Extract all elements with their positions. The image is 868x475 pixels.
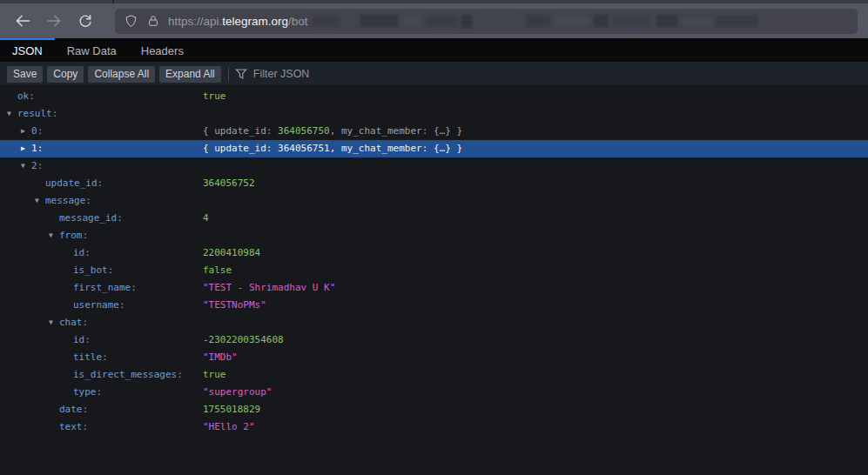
forward-button[interactable] bbox=[40, 8, 68, 34]
tab-strip-remnant bbox=[0, 0, 868, 3]
json-value: 2200410984 bbox=[203, 244, 260, 262]
twisty-down-icon[interactable]: ▼ bbox=[21, 157, 31, 175]
twisty-right-icon[interactable]: ▶ bbox=[21, 140, 31, 157]
lock-icon[interactable] bbox=[146, 14, 160, 28]
json-colon: : bbox=[83, 230, 89, 241]
json-row[interactable]: ▼2: bbox=[0, 157, 868, 175]
json-key: date bbox=[59, 404, 83, 415]
json-row[interactable]: is_bot:false bbox=[0, 262, 868, 279]
json-colon: : bbox=[102, 351, 108, 363]
json-key: result bbox=[17, 108, 52, 119]
reload-button[interactable] bbox=[71, 8, 99, 34]
json-row[interactable]: text:"HEllo 2" bbox=[0, 418, 868, 436]
json-row[interactable]: type:"supergroup" bbox=[0, 384, 868, 401]
json-value: false bbox=[203, 262, 232, 279]
twisty-down-icon[interactable]: ▼ bbox=[49, 227, 59, 244]
twisty-down-icon[interactable]: ▼ bbox=[7, 105, 17, 123]
json-key: message bbox=[45, 195, 85, 206]
filter-json-input[interactable]: Filter JSON bbox=[235, 68, 310, 80]
url-domain: telegram.org bbox=[222, 15, 288, 28]
save-button[interactable]: Save bbox=[7, 66, 43, 83]
json-row[interactable]: ▶0:{ update_id: 364056750, my_chat_membe… bbox=[0, 123, 868, 140]
shield-icon[interactable] bbox=[124, 14, 138, 29]
json-key: 2 bbox=[31, 160, 37, 171]
json-colon: : bbox=[83, 317, 89, 328]
json-value: 1755018829 bbox=[203, 401, 260, 418]
json-key: username bbox=[73, 299, 119, 311]
json-row[interactable]: ▼from: bbox=[0, 227, 868, 244]
json-row[interactable]: title:"IMDb" bbox=[0, 349, 868, 366]
json-colon: : bbox=[84, 247, 91, 258]
json-value: { update_id: 364056751, my_chat_member: … bbox=[203, 140, 462, 157]
json-key: 0 bbox=[31, 125, 37, 137]
redacted-url-token bbox=[313, 15, 849, 28]
json-colon: : bbox=[52, 108, 58, 119]
json-row[interactable]: is_direct_messages:true bbox=[0, 366, 868, 384]
json-value: { update_id: 364056750, my_chat_member: … bbox=[203, 123, 462, 140]
json-key: update_id bbox=[45, 177, 98, 189]
json-row[interactable]: date:1755018829 bbox=[0, 401, 868, 418]
json-row[interactable]: ▼result: bbox=[0, 105, 868, 123]
json-value: "TEST - Shrimadhav U K" bbox=[203, 279, 335, 297]
json-key: from bbox=[59, 230, 83, 241]
json-key: first_name bbox=[73, 282, 131, 293]
json-key: ok bbox=[17, 90, 29, 102]
json-row[interactable]: message_id:4 bbox=[0, 210, 868, 227]
twisty-right-icon[interactable]: ▶ bbox=[21, 123, 31, 140]
json-colon: : bbox=[117, 212, 123, 224]
url-scheme: https://api. bbox=[168, 15, 222, 28]
back-arrow-icon bbox=[14, 13, 31, 29]
json-key: id bbox=[73, 334, 84, 345]
json-value: "supergroup" bbox=[203, 384, 272, 401]
json-row[interactable]: id:2200410984 bbox=[0, 244, 868, 262]
json-key: title bbox=[73, 351, 102, 363]
json-row[interactable]: update_id:364056752 bbox=[0, 175, 868, 192]
json-row[interactable]: ▼chat: bbox=[0, 314, 868, 331]
json-value: 364056752 bbox=[203, 175, 255, 192]
json-value: -2302200354608 bbox=[203, 331, 284, 349]
json-colon: : bbox=[108, 264, 114, 276]
url-bar[interactable]: https://api.telegram.org/bot bbox=[115, 9, 858, 34]
collapse-all-button[interactable]: Collapse All bbox=[88, 66, 155, 83]
json-row[interactable]: ▼message: bbox=[0, 192, 868, 210]
url-path: /bot bbox=[288, 15, 308, 28]
navigation-toolbar: https://api.telegram.org/bot bbox=[0, 3, 868, 38]
json-key: text bbox=[59, 421, 83, 432]
json-colon: : bbox=[85, 195, 91, 206]
json-row[interactable]: id:-2302200354608 bbox=[0, 331, 868, 349]
forward-arrow-icon bbox=[45, 13, 63, 29]
json-colon: : bbox=[98, 177, 104, 189]
json-value: "TESTNoPMs" bbox=[203, 297, 266, 314]
tab-raw-data[interactable]: Raw Data bbox=[55, 38, 129, 62]
reload-icon bbox=[77, 13, 93, 29]
tab-headers[interactable]: Headers bbox=[129, 38, 196, 62]
json-row[interactable]: username:"TESTNoPMs" bbox=[0, 297, 868, 314]
json-colon: : bbox=[37, 160, 44, 171]
url-text: https://api.telegram.org/bot bbox=[168, 15, 308, 28]
twisty-down-icon[interactable]: ▼ bbox=[49, 314, 59, 331]
json-value: "HEllo 2" bbox=[203, 418, 255, 436]
copy-button[interactable]: Copy bbox=[47, 66, 84, 83]
back-button[interactable] bbox=[9, 8, 37, 34]
tab-json[interactable]: JSON bbox=[0, 38, 55, 62]
json-tree: ok:true▼result:▶0:{ update_id: 364056750… bbox=[0, 86, 868, 475]
json-viewer-tabbar: JSON Raw Data Headers bbox=[0, 38, 868, 63]
filter-funnel-icon bbox=[235, 68, 247, 80]
json-key: message_id bbox=[59, 212, 117, 224]
json-key: 1 bbox=[31, 143, 37, 154]
json-value: 4 bbox=[203, 210, 209, 227]
json-value: "IMDb" bbox=[203, 349, 238, 366]
json-colon: : bbox=[37, 143, 44, 154]
json-row[interactable]: ok:true bbox=[0, 88, 868, 105]
json-colon: : bbox=[97, 386, 103, 398]
json-colon: : bbox=[131, 282, 137, 293]
json-row[interactable]: first_name:"TEST - Shrimadhav U K" bbox=[0, 279, 868, 297]
json-key: type bbox=[73, 386, 97, 398]
json-colon: : bbox=[37, 125, 44, 137]
json-colon: : bbox=[83, 421, 89, 432]
expand-all-button[interactable]: Expand All bbox=[159, 66, 221, 83]
tab-divider bbox=[112, 0, 114, 3]
json-row[interactable]: ▶1:{ update_id: 364056751, my_chat_membe… bbox=[0, 140, 868, 157]
toolbar-separator bbox=[228, 67, 229, 81]
twisty-down-icon[interactable]: ▼ bbox=[35, 192, 45, 210]
